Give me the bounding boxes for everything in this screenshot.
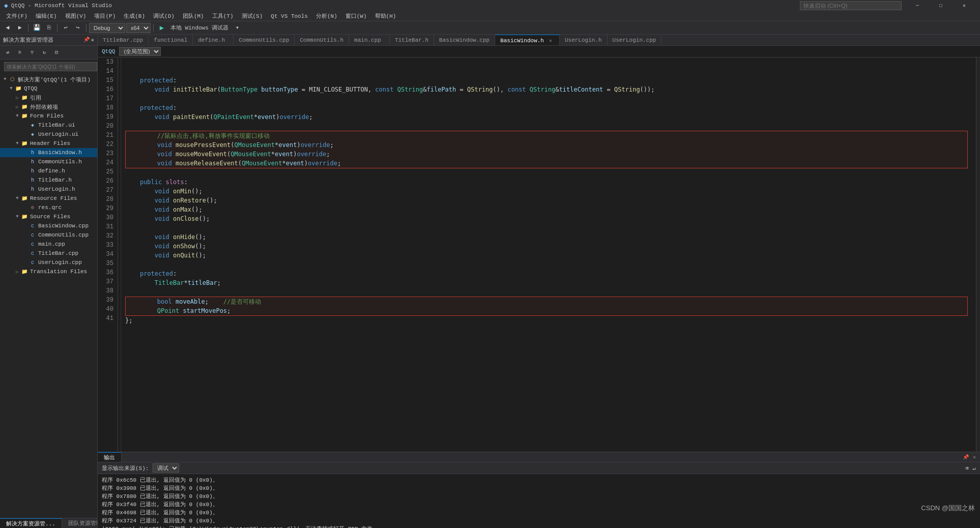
tree-titlebar-h[interactable]: h TitleBar.h — [0, 175, 97, 185]
sidebar-properties-btn[interactable]: ≡ — [14, 47, 25, 58]
tree-translation-files[interactable]: ▷ 📁 Translation Files — [0, 267, 97, 276]
tab-titlebar-cpp[interactable]: TitleBar.cpp — [98, 35, 149, 46]
app-logo-icon: ◆ — [4, 2, 8, 10]
quick-launch-input[interactable] — [800, 1, 902, 10]
menu-build[interactable]: 生成(B) — [120, 11, 149, 21]
solution-icon: ⬡ — [8, 75, 16, 83]
menu-analyze[interactable]: 分析(N) — [312, 11, 341, 21]
tab-titlebar-h[interactable]: TitleBar.h — [390, 35, 434, 46]
form-files-label: Form Files — [30, 113, 64, 119]
tree-form-files[interactable]: ▼ 📁 Form Files — [0, 111, 97, 121]
tree-solution[interactable]: ▼ ⬡ 解决方案'QtQQ'(1 个项目) — [0, 75, 97, 84]
sidebar-search-input[interactable] — [4, 62, 97, 71]
userlogin-cpp-label: UserLogin.cpp — [38, 259, 82, 266]
sidebar-refresh-btn[interactable]: ↻ — [39, 47, 50, 58]
tab-close-icon[interactable]: ✕ — [547, 37, 554, 44]
cpp-file-icon: c — [28, 258, 37, 267]
tree-resource-files[interactable]: ▼ 📁 Resource Files — [0, 194, 97, 203]
translation-files-label: Translation Files — [30, 269, 87, 275]
code-line-25: public slots: — [125, 179, 188, 186]
qrc-file-icon: ⊙ — [28, 203, 37, 212]
panel-close-btn[interactable]: ✕ — [971, 454, 978, 460]
maximize-button[interactable]: □ — [929, 0, 953, 11]
menu-team[interactable]: 团队(M) — [179, 11, 208, 21]
code-line-34 — [125, 261, 129, 268]
toolbar-back-btn[interactable]: ◄ — [2, 22, 13, 34]
tab-userlogin-h[interactable]: UserLogin.h — [560, 35, 608, 46]
config-select[interactable]: Debug Release — [89, 23, 125, 33]
sidebar-collapse-btn[interactable]: ⊟ — [51, 47, 62, 58]
tree-commonutils-h[interactable]: h CommonUtils.h — [0, 157, 97, 166]
output-line-6: 程序 0x3724 已退出, 返回值为 0 (0x0)。 — [102, 517, 976, 525]
code-content[interactable]: protected: void initTitleBar(ButtonType … — [121, 57, 976, 452]
tree-external-deps[interactable]: ▷ 📁 外部依赖项 — [0, 102, 97, 111]
tree-source-files[interactable]: ▼ 📁 Source Files — [0, 212, 97, 221]
code-line-14: protected: — [125, 77, 177, 84]
tree-titlebar-cpp[interactable]: c TitleBar.cpp — [0, 249, 97, 258]
menu-test[interactable]: 测试(S) — [238, 11, 267, 21]
tree-basicwindow-cpp[interactable]: c BasicWindow.cpp — [0, 221, 97, 230]
sidebar-filter-btn[interactable]: ▽ — [26, 47, 38, 58]
output-source-select[interactable]: 调试 — [153, 463, 179, 473]
sidebar-close-btn[interactable]: ✕ — [91, 37, 94, 43]
output-wrap-btn[interactable]: ↵ — [972, 465, 976, 472]
tree-userlogin-cpp[interactable]: c UserLogin.cpp — [0, 258, 97, 267]
toolbar-forward-btn[interactable]: ► — [14, 22, 25, 34]
tree-define-h[interactable]: h define.h — [0, 166, 97, 175]
menu-project[interactable]: 项目(P) — [90, 11, 120, 21]
tab-label: BasicWindow.h — [500, 38, 544, 44]
minimize-button[interactable]: ─ — [906, 0, 929, 11]
tree-project-qtqq[interactable]: ▼ 📁 QTQQ — [0, 84, 97, 93]
tab-commonutils-h[interactable]: CommonUtils.h — [295, 35, 349, 46]
platform-select[interactable]: x64 x86 — [126, 23, 151, 33]
folder-icon: 📁 — [20, 213, 28, 221]
sidebar-title: 解决方案资源管理器 — [3, 36, 53, 44]
panel-pin-btn[interactable]: 📌 — [961, 454, 971, 460]
menu-qt[interactable]: Qt VS Tools — [267, 12, 312, 20]
toolbar-save-all-btn[interactable]: ⎘ — [43, 22, 54, 34]
menu-window[interactable]: 窗口(W) — [341, 11, 371, 21]
tab-define-h[interactable]: define.h — [193, 35, 234, 46]
menu-edit[interactable]: 编辑(E) — [32, 11, 61, 21]
tab-basicwindow-cpp[interactable]: BasicWindow.cpp — [434, 35, 495, 46]
tab-main-cpp[interactable]: main.cpp — [349, 35, 390, 46]
code-line-17: protected: — [125, 104, 177, 111]
tree-titlebar-ui[interactable]: ◈ TitleBar.ui — [0, 121, 97, 130]
menu-debug[interactable]: 调试(D) — [149, 11, 179, 21]
tree-userlogin-h[interactable]: h UserLogin.h — [0, 185, 97, 194]
output-clear-btn[interactable]: ⌫ — [965, 465, 969, 472]
tree-header-files[interactable]: ▼ 📁 Header Files — [0, 139, 97, 148]
sidebar-tab-team[interactable]: 团队资源管理器 — [62, 518, 98, 528]
toolbar-redo-btn[interactable]: ↪ — [72, 22, 83, 34]
run-btn[interactable]: ▶ — [156, 22, 167, 34]
close-button[interactable]: ✕ — [953, 0, 976, 11]
line-numbers: 13 14 15 16 17 18 19 20 21 22 23 24 25 2… — [98, 57, 118, 452]
tree-references[interactable]: ▷ 📁 引用 — [0, 93, 97, 102]
menu-file[interactable]: 文件(F) — [2, 11, 32, 21]
menu-help[interactable]: 帮助(H) — [371, 11, 400, 21]
output-tab[interactable]: 输出 — [98, 452, 122, 462]
tab-functional[interactable]: functional — [149, 35, 193, 46]
toolbar-sep-1 — [28, 24, 28, 32]
code-line-31: void onHide(); — [125, 233, 206, 241]
cpp-file-icon: c — [28, 240, 37, 248]
tree-commonutils-cpp[interactable]: c CommonUtils.cpp — [0, 230, 97, 240]
tree-main-cpp[interactable]: c main.cpp — [0, 240, 97, 249]
tab-basicwindow-h[interactable]: BasicWindow.h ✕ — [495, 35, 560, 46]
tab-commonutils-cpp[interactable]: CommonUtils.cpp — [234, 35, 295, 46]
folder-icon: 📁 — [20, 112, 28, 120]
sidebar-tab-solution[interactable]: 解决方案资源管... — [0, 518, 62, 529]
code-line-30 — [125, 224, 129, 231]
menu-tools[interactable]: 工具(T) — [208, 11, 238, 21]
sidebar-sync-btn[interactable]: ⇄ — [2, 47, 13, 58]
toolbar-undo-btn[interactable]: ↩ — [60, 22, 71, 34]
sidebar-pin-btn[interactable]: 📌 — [83, 37, 90, 43]
toolbar-save-btn[interactable]: 💾 — [31, 22, 42, 34]
menu-view[interactable]: 视图(V) — [61, 11, 91, 21]
tab-userlogin-cpp[interactable]: UserLogin.cpp — [608, 35, 662, 46]
tree-basicwindow-h[interactable]: h BasicWindow.h — [0, 148, 97, 157]
tree-res-qrc[interactable]: ⊙ res.qrc — [0, 203, 97, 212]
scope-select[interactable]: (全局范围) — [119, 47, 161, 56]
dropdown-btn[interactable]: ▼ — [232, 22, 243, 34]
tree-userlogin-ui[interactable]: ◈ UserLogin.ui — [0, 130, 97, 139]
